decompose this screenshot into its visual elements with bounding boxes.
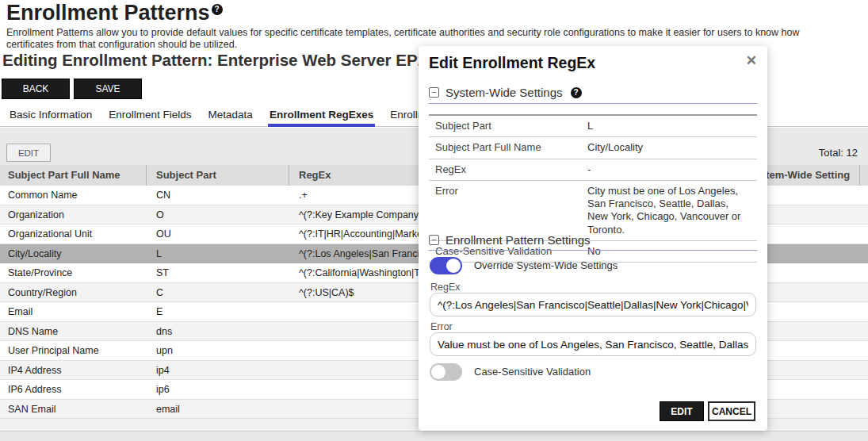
dialog-cancel-button[interactable]: CANCEL xyxy=(708,401,755,421)
row-label: Error xyxy=(429,181,587,240)
table-row: RegEx - xyxy=(429,159,757,181)
table-cell: Email xyxy=(0,302,147,321)
toggle-knob xyxy=(446,259,461,273)
table-row: Subject Part Full Name City/Locality xyxy=(429,137,757,159)
table-cell: dns xyxy=(147,322,289,341)
dialog-edit-button[interactable]: EDIT xyxy=(660,401,704,421)
dialog-title: Edit Enrollment RegEx xyxy=(429,54,595,72)
table-total-count: Total: 12 xyxy=(819,147,858,159)
toggle-knob xyxy=(431,365,445,379)
table-cell: DNS Name xyxy=(0,322,147,341)
table-cell: Organization xyxy=(0,205,147,224)
close-icon[interactable]: ✕ xyxy=(746,52,757,69)
system-wide-settings-section-header: − System-Wide Settings ? xyxy=(429,86,582,99)
table-cell: upn xyxy=(147,341,289,360)
table-cell xyxy=(860,302,868,321)
table-cell: User Principal Name xyxy=(0,341,147,360)
table-row: Error City must be one of Los Angeles, S… xyxy=(429,181,757,241)
column-header-subject-part-full-name[interactable]: Subject Part Full Name xyxy=(0,165,147,186)
table-cell xyxy=(860,205,868,224)
tab-enrollment-fields[interactable]: Enrollment Fields xyxy=(107,104,193,127)
table-cell: email xyxy=(147,400,289,419)
override-toggle-label: Override System-Wide Settings xyxy=(474,257,618,274)
override-system-wide-toggle[interactable] xyxy=(430,257,462,274)
section-title: Enrollment Pattern Settings xyxy=(445,233,591,247)
table-cell xyxy=(860,341,868,360)
table-row: Subject Part L xyxy=(429,116,757,137)
collapse-icon[interactable]: − xyxy=(429,235,439,245)
save-button[interactable]: SAVE xyxy=(74,79,142,99)
table-cell xyxy=(860,244,868,263)
table-cell xyxy=(860,263,868,282)
table-cell: C xyxy=(147,283,289,302)
table-cell: City/Locality xyxy=(0,244,147,263)
table-cell: SAN Email xyxy=(0,400,147,419)
enrollment-pattern-settings-section-header: − Enrollment Pattern Settings xyxy=(429,233,591,247)
section-title: System-Wide Settings xyxy=(445,86,563,99)
table-cell: CN xyxy=(147,186,289,205)
table-cell: OU xyxy=(147,224,289,244)
table-cell: Country/Region xyxy=(0,283,147,302)
edit-enrollment-regex-dialog: Edit Enrollment RegEx ✕ − System-Wide Se… xyxy=(419,46,767,431)
table-cell: ST xyxy=(147,263,289,282)
column-header-subject-part[interactable]: Subject Part xyxy=(147,165,289,186)
row-value: - xyxy=(587,159,757,180)
section-divider xyxy=(429,250,757,251)
row-label: Subject Part xyxy=(429,116,587,136)
table-cell: ip4 xyxy=(147,361,289,380)
row-value: City must be one of Los Angeles, San Fra… xyxy=(587,181,754,240)
table-cell: Common Name xyxy=(0,186,147,205)
tab-enrollment-regexes[interactable]: Enrollment RegExes xyxy=(268,104,375,127)
regex-input[interactable] xyxy=(430,293,756,316)
editing-pattern-title: Editing Enrollment Pattern: Enterprise W… xyxy=(2,51,426,70)
table-cell xyxy=(860,380,868,399)
table-cell: L xyxy=(147,244,289,263)
table-cell xyxy=(860,361,868,380)
table-cell: IP6 Address xyxy=(0,380,147,399)
error-input[interactable] xyxy=(430,332,756,356)
row-value: L xyxy=(587,116,757,136)
dialog-buttons: EDIT CANCEL xyxy=(660,401,755,421)
table-cell: State/Province xyxy=(0,263,147,282)
table-cell: E xyxy=(147,302,289,321)
tab-basic-information[interactable]: Basic Information xyxy=(8,104,94,127)
row-value: City/Locality xyxy=(587,137,757,158)
section-divider xyxy=(429,103,757,104)
row-label: Subject Part Full Name xyxy=(429,137,587,158)
back-button[interactable]: BACK xyxy=(2,79,70,99)
help-icon[interactable]: ? xyxy=(571,87,582,98)
column-header-spacer xyxy=(860,165,868,186)
row-label: RegEx xyxy=(429,159,587,180)
table-cell: ip6 xyxy=(147,380,289,399)
table-cell xyxy=(860,322,868,341)
help-icon[interactable]: ? xyxy=(212,4,223,15)
regex-field-label: RegEx xyxy=(430,282,461,293)
table-cell: O xyxy=(147,205,289,224)
table-cell xyxy=(860,283,868,302)
page-title: Enrollment Patterns? xyxy=(6,1,223,25)
table-cell xyxy=(860,400,868,419)
case-sensitive-toggle[interactable] xyxy=(430,363,462,381)
error-field-label: Error xyxy=(430,321,453,332)
table-cell xyxy=(860,224,868,244)
table-cell: IP4 Address xyxy=(0,361,147,380)
table-cell xyxy=(860,186,868,205)
table-edit-button[interactable]: EDIT xyxy=(6,144,51,162)
tab-metadata[interactable]: Metadata xyxy=(207,104,254,127)
case-sensitive-toggle-label: Case-Sensitive Validation xyxy=(474,363,591,381)
collapse-icon[interactable]: − xyxy=(429,87,439,98)
table-cell: Organizational Unit xyxy=(0,224,147,244)
